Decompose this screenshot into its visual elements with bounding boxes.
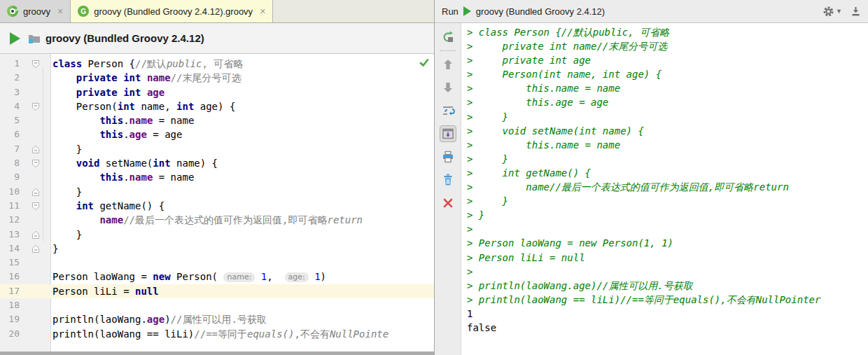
line-number[interactable]: 6 — [0, 127, 20, 141]
code-line[interactable]: 14} — [0, 242, 434, 256]
clear-all-icon[interactable] — [440, 172, 456, 188]
line-number[interactable]: 10 — [0, 185, 20, 199]
fold-end-icon[interactable] — [31, 230, 40, 239]
inspections-ok-checkmark-icon[interactable] — [419, 59, 429, 67]
fold-open-icon[interactable] — [31, 159, 40, 168]
code-line[interactable]: 20println(laoWang == liLi)//==等同于equals(… — [0, 327, 434, 341]
line-number[interactable]: 9 — [0, 170, 20, 184]
console-output[interactable]: > class Person {//默认public, 可省略> private… — [461, 23, 868, 355]
code-text: int getName() { — [50, 199, 164, 213]
run-button[interactable] — [10, 32, 20, 45]
code-line[interactable]: 16Person laoWang = new Person( name: 1, … — [0, 270, 434, 284]
code-line[interactable]: 6 this.age = age — [0, 127, 434, 141]
code-line[interactable]: 3 private int age — [0, 85, 434, 99]
fold-end-icon[interactable] — [31, 244, 40, 253]
console-input-line: > Person laoWang = new Person(1, 1) — [467, 236, 868, 250]
fold-column — [20, 142, 50, 156]
fold-end-icon[interactable] — [31, 145, 40, 154]
line-number[interactable]: 18 — [0, 298, 20, 312]
code-text: Person laoWang = new Person( name: 1, ag… — [50, 270, 326, 284]
code-line[interactable]: 13 } — [0, 228, 434, 242]
tab-groovy[interactable]: groovy × — [0, 0, 71, 22]
console-output-line: false — [467, 321, 868, 335]
code-line[interactable]: 7 } — [0, 142, 434, 156]
code-line[interactable]: 12 name//最后一个表达式的值可作为返回值,即可省略return — [0, 213, 434, 227]
print-icon[interactable] — [440, 148, 456, 165]
down-arrow-icon[interactable] — [440, 79, 456, 96]
code-line[interactable]: 10 } — [0, 185, 434, 199]
console-input-line: > name//最后一个表达式的值可作为返回值,即可省略return — [467, 180, 868, 194]
code-line[interactable]: 2 private int name//末尾分号可选 — [0, 71, 434, 85]
console-input-line: > println(laoWang == liLi)//==等同于equals(… — [467, 293, 868, 307]
line-number[interactable]: 7 — [0, 142, 20, 156]
code-line[interactable]: 9 this.name = name — [0, 170, 434, 184]
groovy-file-icon: G — [78, 6, 89, 17]
tab-label: groovy — [23, 6, 50, 17]
line-number[interactable]: 8 — [0, 156, 20, 170]
line-number[interactable]: 5 — [0, 113, 20, 127]
line-number[interactable]: 19 — [0, 312, 20, 326]
soft-wrap-icon[interactable] — [440, 102, 456, 119]
console-run-bar: groovy (Bundled Groovy 2.4.12) — [0, 23, 434, 54]
console-input-line: > this.age = age — [467, 95, 868, 109]
tab-close-icon[interactable]: × — [57, 6, 63, 17]
line-number[interactable]: 1 — [0, 57, 20, 71]
fold-end-icon[interactable] — [31, 188, 40, 197]
toolbar-separator — [440, 50, 456, 51]
line-number[interactable]: 13 — [0, 228, 20, 242]
fold-column — [20, 228, 50, 242]
code-text: } — [50, 185, 82, 199]
line-number[interactable]: 17 — [0, 284, 20, 298]
chevron-down-icon: ▼ — [836, 8, 842, 15]
code-line[interactable]: 11 int getName() { — [0, 199, 434, 213]
fold-column — [20, 85, 50, 99]
fold-open-icon[interactable] — [31, 102, 40, 111]
console-area: > class Person {//默认public, 可省略> private… — [435, 23, 868, 355]
code-text: println(laoWang.age)//属性可以用.号获取 — [50, 312, 267, 326]
code-text: this.name = name — [50, 170, 194, 184]
up-arrow-icon[interactable] — [440, 56, 456, 73]
line-number[interactable]: 20 — [0, 327, 20, 341]
code-line[interactable]: 8 void setName(int name) { — [0, 156, 434, 170]
line-number[interactable]: 14 — [0, 242, 20, 256]
code-line-current[interactable]: 17Person liLi = null — [0, 284, 434, 298]
fold-column — [20, 298, 50, 312]
code-text: private int name//末尾分号可选 — [50, 71, 241, 85]
scroll-to-end-icon[interactable] — [440, 125, 456, 142]
code-line[interactable]: 15 — [0, 256, 434, 270]
code-text: private int age — [50, 85, 164, 99]
console-input-line: > this.name = name — [467, 138, 868, 152]
tab-close-icon[interactable]: × — [260, 6, 265, 17]
fold-open-icon[interactable] — [31, 60, 40, 69]
code-text — [50, 256, 52, 270]
code-line[interactable]: 4 Person(int name, int age) { — [0, 99, 434, 113]
code-text: } — [50, 142, 82, 156]
console-input-line: > class Person {//默认public, 可省略 — [467, 25, 868, 39]
close-icon[interactable] — [440, 195, 456, 211]
code-text: this.name = name — [50, 113, 194, 127]
console-input-line: > private int name//末尾分号可选 — [467, 39, 868, 53]
line-number[interactable]: 16 — [0, 270, 20, 284]
run-config-name: groovy (Bundled Groovy 2.4.12) — [46, 32, 204, 44]
tab-groovy-console-file[interactable]: G groovy (Bundled Groovy 2.4.12).groovy … — [71, 0, 273, 22]
editor-panel: groovy × G groovy (Bundled Groovy 2.4.12… — [0, 0, 434, 355]
line-number[interactable]: 11 — [0, 199, 20, 213]
code-line[interactable]: 19println(laoWang.age)//属性可以用.号获取 — [0, 312, 434, 326]
console-input-line: > void setName(int name) { — [467, 124, 868, 138]
line-number[interactable]: 2 — [0, 71, 20, 85]
code-editor[interactable]: 1class Person {//默认public, 可省略2 private … — [0, 54, 434, 351]
editor-tab-bar: groovy × G groovy (Bundled Groovy 2.4.12… — [0, 0, 434, 23]
code-line[interactable]: 18 — [0, 298, 434, 312]
line-number[interactable]: 12 — [0, 213, 20, 227]
rerun-icon[interactable] — [440, 29, 456, 46]
editor-bottom-scrollbar[interactable] — [0, 351, 434, 355]
code-line[interactable]: 5 this.name = name — [0, 113, 434, 127]
fold-open-icon[interactable] — [31, 202, 40, 211]
gear-icon[interactable]: ▼ — [822, 6, 842, 18]
hide-panel-icon[interactable] — [850, 6, 861, 17]
line-number[interactable]: 15 — [0, 256, 20, 270]
code-line[interactable]: 1class Person {//默认public, 可省略 — [0, 57, 434, 71]
code-text: name//最后一个表达式的值可作为返回值,即可省略return — [50, 213, 363, 227]
line-number[interactable]: 4 — [0, 99, 20, 113]
line-number[interactable]: 3 — [0, 85, 20, 99]
